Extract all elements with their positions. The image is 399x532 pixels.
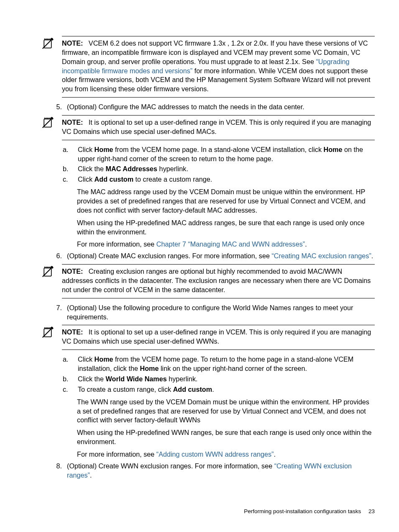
note-icon <box>42 326 54 338</box>
text: Click the <box>78 165 106 172</box>
ui-term: Add custom <box>173 386 212 393</box>
note-block: NOTE: VCEM 6.2 does not support VC firmw… <box>62 36 375 98</box>
list-marker: a. <box>62 145 78 164</box>
substep-c: c. To create a custom range, click Add c… <box>62 385 375 394</box>
step-7: 7. (Optional) Use the following procedur… <box>43 303 375 322</box>
substep-a: a. Click Home from the VCEM home page. T… <box>62 355 375 373</box>
substep-body: Click the World Wide Names hyperlink. <box>78 375 375 384</box>
note-text: NOTE: VCEM 6.2 does not support VC firmw… <box>62 39 375 94</box>
note-text: NOTE: It is optional to set up a user-de… <box>62 118 375 136</box>
ui-term: Home <box>95 355 113 363</box>
link-chapter-7[interactable]: Chapter 7 “Managing MAC and WWN addresse… <box>156 240 305 248</box>
page-number: 23 <box>368 508 375 514</box>
paragraph: The MAC address range used by the VCEM D… <box>77 188 375 215</box>
substep-b: b. Click the World Wide Names hyperlink. <box>62 375 375 384</box>
text: Click <box>78 355 95 363</box>
paragraph: For more information, see Chapter 7 “Man… <box>77 240 375 249</box>
step-body: (Optional) Configure the MAC addresses t… <box>67 103 375 112</box>
ui-term: Home <box>324 146 343 153</box>
list-marker: 6. <box>43 252 67 261</box>
list-marker: 8. <box>43 462 67 480</box>
substep-body: Click the MAC Addresses hyperlink. <box>78 164 375 174</box>
text: Click the <box>78 375 106 383</box>
ui-term: Add custom <box>95 175 134 183</box>
list-marker: c. <box>62 385 78 394</box>
page-footer: Performing post-installation configurati… <box>244 508 375 515</box>
text: . <box>371 252 373 260</box>
paragraph: For more information, see “Adding custom… <box>77 450 375 459</box>
substep-list: a. Click Home from the VCEM home page. T… <box>62 355 375 394</box>
list-marker: c. <box>62 175 78 184</box>
text: . <box>212 386 214 393</box>
step-list: 6. (Optional) Create MAC exclusion range… <box>62 252 375 261</box>
substep-b: b. Click the MAC Addresses hyperlink. <box>62 164 375 174</box>
text: link on the upper right-hand corner of t… <box>159 365 307 372</box>
ui-term: Home <box>140 365 159 372</box>
substep-a: a. Click Home from the VCEM home page. I… <box>62 145 375 164</box>
ui-term: Home <box>95 146 113 153</box>
text: . <box>274 450 276 458</box>
text: Click <box>78 146 95 153</box>
link-mac-exclusion[interactable]: “Creating MAC exclusion ranges” <box>271 252 371 260</box>
step-list: 8. (Optional) Create WWN exclusion range… <box>62 462 375 480</box>
step-list: 7. (Optional) Use the following procedur… <box>62 303 375 322</box>
paragraph: When using the HP-predefined WWN ranges,… <box>77 428 375 447</box>
text: hyperlink. <box>157 165 188 172</box>
substep-body: Click Home from the VCEM home page. To r… <box>78 355 375 373</box>
page: NOTE: VCEM 6.2 does not support VC firmw… <box>0 0 399 532</box>
text: from the VCEM home page. In a stand-alon… <box>113 146 324 153</box>
substep-body: Click Home from the VCEM home page. In a… <box>78 145 375 164</box>
note-icon <box>42 117 54 129</box>
list-marker: b. <box>62 164 78 174</box>
note-label: NOTE: <box>62 267 83 275</box>
note-block: NOTE: Creating exclusion ranges are opti… <box>62 264 375 298</box>
text: (Optional) Create MAC exclusion ranges. … <box>67 252 271 260</box>
link-adding-wwn[interactable]: “Adding custom WWN address ranges” <box>156 450 274 458</box>
list-marker: 5. <box>43 103 67 112</box>
note-text: NOTE: It is optional to set up a user-de… <box>62 328 375 346</box>
list-marker: a. <box>62 355 78 373</box>
paragraph: The WWN range used by the VCEM Domain mu… <box>77 398 375 425</box>
text: Click <box>78 175 95 183</box>
step-6: 6. (Optional) Create MAC exclusion range… <box>43 252 375 261</box>
footer-text: Performing post-installation configurati… <box>244 508 361 514</box>
text: hyperlink. <box>167 375 198 383</box>
note-text: NOTE: Creating exclusion ranges are opti… <box>62 267 375 295</box>
text: To create a custom range, click <box>78 386 173 393</box>
step-body: (Optional) Create WWN exclusion ranges. … <box>67 462 375 480</box>
text: (Optional) Create WWN exclusion ranges. … <box>67 462 274 470</box>
note-icon <box>42 266 54 278</box>
substep-body: To create a custom range, click Add cust… <box>78 385 375 394</box>
list-marker: 7. <box>43 303 67 322</box>
substep-body: Click Add custom to create a custom rang… <box>78 175 375 184</box>
list-marker: b. <box>62 375 78 384</box>
ui-term: World Wide Names <box>106 375 167 383</box>
ui-term: MAC Addresses <box>106 165 158 172</box>
step-8: 8. (Optional) Create WWN exclusion range… <box>43 462 375 480</box>
note-body: It is optional to set up a user-defined … <box>62 118 371 135</box>
note-label: NOTE: <box>62 328 83 336</box>
text: For more information, see <box>77 240 156 248</box>
step-body: (Optional) Use the following procedure t… <box>67 303 375 322</box>
substep-c: c. Click Add custom to create a custom r… <box>62 175 375 184</box>
note-block: NOTE: It is optional to set up a user-de… <box>62 325 375 350</box>
note-label: NOTE: <box>62 118 83 126</box>
content-column: NOTE: VCEM 6.2 does not support VC firmw… <box>62 36 375 480</box>
step-body: (Optional) Create MAC exclusion ranges. … <box>67 252 375 261</box>
substep-list: a. Click Home from the VCEM home page. I… <box>62 145 375 184</box>
step-5: 5. (Optional) Configure the MAC addresse… <box>43 103 375 112</box>
text: . <box>305 240 307 248</box>
note-block: NOTE: It is optional to set up a user-de… <box>62 115 375 140</box>
paragraph: When using the HP-predefined MAC address… <box>77 218 375 237</box>
text: . <box>90 471 92 479</box>
text: For more information, see <box>77 450 156 458</box>
note-label: NOTE: <box>62 39 83 47</box>
note-icon <box>42 38 54 49</box>
note-body: Creating exclusion ranges are optional b… <box>62 267 371 293</box>
text: to create a custom range. <box>133 175 212 183</box>
step-list: 5. (Optional) Configure the MAC addresse… <box>62 103 375 112</box>
note-body: It is optional to set up a user-defined … <box>62 328 371 345</box>
